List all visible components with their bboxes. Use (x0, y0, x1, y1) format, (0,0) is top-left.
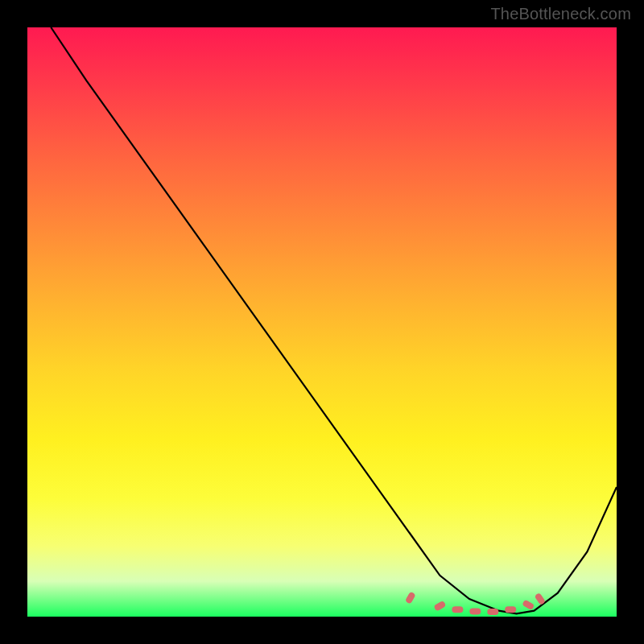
bottleneck-curve (51, 27, 617, 613)
highlight-marker (452, 606, 463, 613)
highlight-marker (522, 599, 535, 610)
plot-area (27, 27, 617, 617)
highlight-marker (433, 601, 446, 612)
highlight-marker (405, 592, 416, 605)
highlight-marker (505, 606, 516, 613)
attribution-text: TheBottleneck.com (490, 5, 631, 23)
highlight-marker (487, 609, 498, 615)
chart-svg (27, 27, 617, 617)
highlight-marker (469, 608, 481, 614)
